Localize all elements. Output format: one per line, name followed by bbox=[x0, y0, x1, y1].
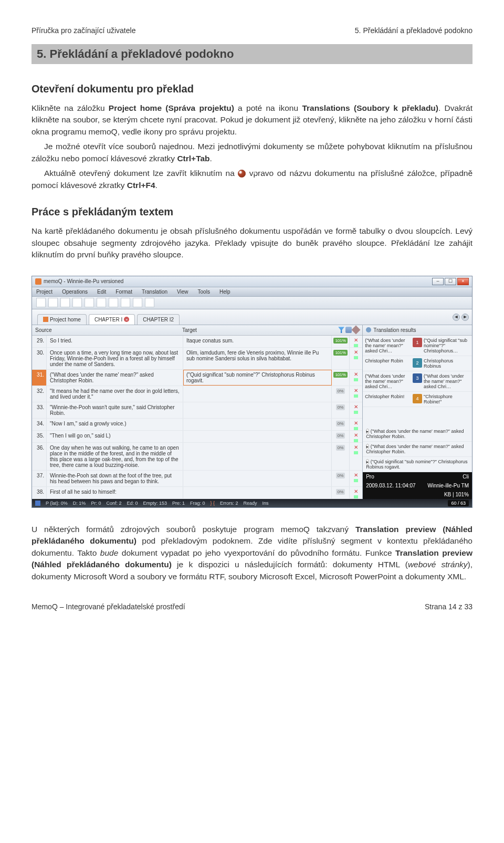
menu-help[interactable]: Help bbox=[217, 288, 233, 295]
source-cell[interactable]: "It means he had the name over the door … bbox=[47, 386, 183, 402]
toolbar-button[interactable] bbox=[133, 298, 142, 307]
status-progress: 60 / 63 bbox=[448, 500, 469, 506]
target-cell[interactable] bbox=[183, 419, 332, 430]
source-header: Source bbox=[35, 327, 182, 333]
chevron-icon[interactable]: ▸ bbox=[366, 429, 369, 434]
target-cell[interactable] bbox=[183, 443, 332, 470]
section-work-text: Práce s překládaným textem Na kartě přek… bbox=[32, 206, 472, 261]
toolbar-button[interactable] bbox=[85, 298, 94, 307]
result-target: "Christophore Robine!" bbox=[424, 394, 470, 404]
row-number: 36. bbox=[32, 443, 47, 470]
source-cell[interactable]: "Now I am," said a growly voice.) bbox=[47, 419, 183, 430]
tab-label: CHAPTER I2 bbox=[143, 317, 174, 322]
target-cell[interactable] bbox=[183, 431, 332, 442]
arrow-icon[interactable] bbox=[366, 327, 371, 332]
toolbar-button[interactable] bbox=[36, 298, 46, 307]
text-bold: Ctrl+F4 bbox=[127, 181, 155, 190]
result-row[interactable]: ("What does 'under the name' mean?" aske… bbox=[363, 371, 472, 392]
tab-project-home[interactable]: Project home bbox=[37, 314, 87, 325]
menu-translation[interactable]: Translation bbox=[140, 288, 170, 295]
toolbar-button[interactable] bbox=[60, 298, 70, 307]
table-row[interactable]: 33."Winnie-the-Pooh wasn't quite sure," … bbox=[32, 402, 362, 419]
target-cell[interactable] bbox=[183, 471, 332, 486]
menu-edit[interactable]: Edit bbox=[95, 288, 108, 295]
close-button[interactable]: × bbox=[457, 278, 469, 285]
tab-chapter1[interactable]: CHAPTER I × bbox=[89, 314, 135, 325]
source-cell[interactable]: ("What does 'under the name' mean?" aske… bbox=[47, 370, 183, 386]
tab-bar: Project home CHAPTER I × CHAPTER I2 ◄ ► bbox=[32, 309, 472, 325]
filter-icon[interactable] bbox=[338, 327, 344, 333]
table-row[interactable]: 29.So I tried.Itaque conatus sum.101%✕ bbox=[32, 336, 362, 348]
status-item: Empty: 153 bbox=[143, 501, 167, 506]
source-cell[interactable]: First of all he said to himself: bbox=[47, 487, 183, 498]
tm-kb-value: KB | 101% bbox=[444, 492, 469, 497]
source-cell[interactable]: "Then I will go on," said L) bbox=[47, 431, 183, 442]
result-row[interactable]: Christopher Robin2Christophorus Robinus bbox=[363, 356, 472, 371]
status-item: Ready bbox=[244, 501, 257, 506]
chevron-icon[interactable]: ▸ bbox=[366, 444, 369, 450]
target-cell[interactable]: ("Quid significat "sub nomine"?" Christo… bbox=[183, 370, 332, 386]
target-cell[interactable]: Olim, iamdudum, fere die Veneris proximo… bbox=[183, 348, 332, 369]
target-cell[interactable]: Itaque conatus sum. bbox=[183, 336, 332, 347]
window-title: memoQ - Winnie-ille-Pu versioned bbox=[35, 278, 123, 285]
source-cell[interactable]: So I tried. bbox=[47, 336, 183, 347]
menu-project[interactable]: Project bbox=[34, 288, 55, 295]
app-icon bbox=[35, 278, 41, 285]
menubar[interactable]: Project Operations Edit Format Translati… bbox=[32, 287, 472, 297]
toolbar-button[interactable] bbox=[145, 298, 154, 307]
toolbar-button[interactable] bbox=[121, 298, 130, 307]
source-cell[interactable]: Winnie-the-Pooh sat down at the foot of … bbox=[47, 471, 183, 486]
grid-rows: 29.So I tried.Itaque conatus sum.101%✕30… bbox=[32, 336, 362, 499]
source-cell[interactable]: "Winnie-the-Pooh wasn't quite sure," sai… bbox=[47, 402, 183, 418]
status-item: Ins bbox=[262, 501, 269, 506]
paragraph: U některých formátů zdrojových souborů p… bbox=[32, 524, 472, 582]
result-chip: 2 bbox=[413, 358, 422, 368]
text: U některých formátů zdrojových souborů p… bbox=[32, 525, 355, 534]
toolbar-button[interactable] bbox=[72, 298, 82, 307]
table-row[interactable]: 34."Now I am," said a growly voice.)0%✕ bbox=[32, 419, 362, 431]
tab-close-icon[interactable]: × bbox=[124, 317, 129, 322]
result-row[interactable]: Christopher Robin!4"Christophore Robine!… bbox=[363, 392, 472, 407]
titlebar[interactable]: memoQ - Winnie-ille-Pu versioned – ☐ × bbox=[32, 276, 472, 287]
toolbar-button[interactable] bbox=[48, 298, 58, 307]
menu-tools[interactable]: Tools bbox=[196, 288, 212, 295]
minimize-button[interactable]: – bbox=[432, 278, 444, 285]
running-header: Příručka pro začínající uživatele 5. Pře… bbox=[32, 26, 472, 35]
edit-icon[interactable] bbox=[352, 326, 361, 335]
table-row[interactable]: 31.("What does 'under the name' mean?" a… bbox=[32, 370, 362, 386]
toolbar-button[interactable] bbox=[109, 298, 118, 307]
tab-chapter12[interactable]: CHAPTER I2 bbox=[137, 314, 180, 325]
maximize-button[interactable]: ☐ bbox=[445, 278, 456, 285]
status-item: Errors: 2 bbox=[220, 501, 238, 506]
menu-operations[interactable]: Operations bbox=[60, 288, 90, 295]
target-cell[interactable] bbox=[183, 402, 332, 418]
flag-icon bbox=[35, 501, 40, 506]
sort-icon[interactable] bbox=[345, 327, 352, 333]
chevron-icon[interactable]: ▸ bbox=[366, 459, 369, 465]
state-icon: ✕ bbox=[350, 487, 362, 498]
table-row[interactable]: 32."It means he had the name over the do… bbox=[32, 386, 362, 402]
tab-label: Project home bbox=[50, 317, 81, 322]
toolbar-button[interactable] bbox=[97, 298, 106, 307]
window-buttons: – ☐ × bbox=[432, 278, 469, 285]
text: Je možné otevřít více souborů najednou. … bbox=[32, 142, 472, 162]
tab-prev-button[interactable]: ◄ bbox=[453, 314, 460, 321]
target-cell[interactable] bbox=[183, 386, 332, 402]
table-row[interactable]: 35."Then I will go on," said L)0%✕ bbox=[32, 431, 362, 443]
grid-header-icons bbox=[338, 327, 359, 333]
table-row[interactable]: 30.Once upon a time, a very long time ag… bbox=[32, 348, 362, 370]
table-row[interactable]: 37.Winnie-the-Pooh sat down at the foot … bbox=[32, 471, 362, 487]
source-cell[interactable]: One day when he was out walking, he came… bbox=[47, 443, 183, 470]
target-cell[interactable] bbox=[183, 487, 332, 498]
result-row[interactable]: ("What does 'under the name' mean?" aske… bbox=[363, 336, 472, 356]
source-cell[interactable]: Once upon a time, a very long time ago n… bbox=[47, 348, 183, 369]
section-preview: U některých formátů zdrojových souborů p… bbox=[32, 524, 472, 582]
menu-format[interactable]: Format bbox=[113, 288, 134, 295]
table-row[interactable]: 38.First of all he said to himself:0%✕ bbox=[32, 487, 362, 499]
row-number: 38. bbox=[32, 487, 47, 498]
tab-next-button[interactable]: ► bbox=[461, 314, 469, 321]
menu-view[interactable]: View bbox=[175, 288, 191, 295]
heading-open-doc: Otevření dokumentu pro překlad bbox=[32, 83, 472, 95]
table-row[interactable]: 36.One day when he was out walking, he c… bbox=[32, 443, 362, 471]
status-item: P (lat): 0% bbox=[46, 501, 68, 506]
